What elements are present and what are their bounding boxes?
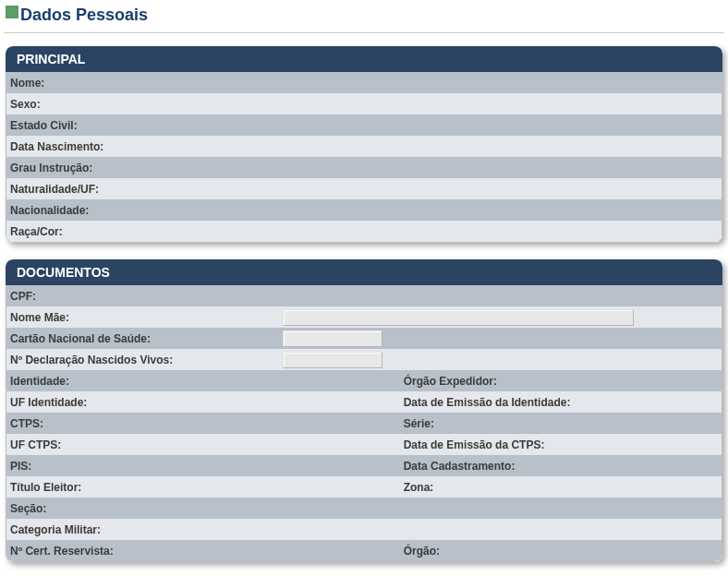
documentos-row: UF Identidade:Data de Emissão da Identid… <box>6 391 722 413</box>
principal-row: Raça/Cor: <box>6 221 722 242</box>
documentos-label: Data de Emissão da Identidade: <box>400 393 576 412</box>
principal-value <box>104 187 722 191</box>
documentos-value <box>440 422 722 426</box>
documentos-row: UF CTPS:Data de Emissão da CTPS: <box>6 434 722 455</box>
documentos-label: CTPS: <box>6 414 99 433</box>
principal-row: Nome: <box>6 72 722 93</box>
principal-label: Sexo: <box>6 95 99 114</box>
principal-label: Nacionalidade: <box>6 201 99 220</box>
documentos-value <box>439 486 722 489</box>
documentos-label: Série: <box>400 414 440 433</box>
label-reservista: Nº Cert. Reservista: <box>6 542 119 560</box>
principal-value <box>109 145 722 149</box>
row-secao: Seção: <box>6 498 722 519</box>
documentos-label: Data de Emissão da CTPS: <box>400 436 551 454</box>
principal-label: Naturalidade/UF: <box>6 180 104 198</box>
principal-value <box>99 230 722 234</box>
documentos-row: CTPS:Série: <box>6 413 722 434</box>
documentos-label: UF CTPS: <box>6 436 99 454</box>
panel-principal-header: PRINCIPAL <box>6 46 722 72</box>
panel-documentos-body: CPF: Nome Mãe: Cartão Nacional de Saúde:… <box>6 285 722 562</box>
documentos-label: Órgão Expedidor: <box>400 372 503 390</box>
principal-label: Raça/Cor: <box>6 222 99 241</box>
documentos-value <box>520 464 722 468</box>
documentos-value <box>550 443 722 447</box>
documentos-label: UF Identidade: <box>6 393 99 412</box>
principal-row: Naturalidade/UF: <box>6 178 722 199</box>
documentos-value <box>99 464 400 468</box>
label-categoria-militar: Categoria Militar: <box>6 521 106 539</box>
principal-value <box>99 81 722 85</box>
principal-row: Estado Civil: <box>6 114 722 136</box>
documentos-value <box>99 379 400 383</box>
documentos-value <box>576 401 722 404</box>
documentos-label: Título Eleitor: <box>6 478 99 497</box>
label-cns: Cartão Nacional de Saúde: <box>6 330 279 348</box>
label-secao: Seção: <box>6 499 99 518</box>
panel-principal-body: Nome:Sexo:Estado Civil:Data Nascimento:G… <box>6 72 722 243</box>
input-dnv[interactable] <box>283 352 382 368</box>
principal-label: Estado Civil: <box>6 116 99 135</box>
documentos-value <box>99 422 400 426</box>
row-cns: Cartão Nacional de Saúde: <box>6 328 722 349</box>
page-title: Dados Pessoais <box>4 2 724 33</box>
principal-row: Sexo: <box>6 93 722 114</box>
input-nome-mae[interactable] <box>283 309 634 326</box>
principal-row: Grau Instrução: <box>6 157 722 178</box>
principal-label: Grau Instrução: <box>6 159 99 177</box>
value-cpf <box>99 294 722 298</box>
label-orgao: Órgão: <box>400 542 445 560</box>
documentos-value <box>99 401 400 404</box>
panel-documentos-header: DOCUMENTOS <box>6 259 722 285</box>
documentos-value <box>99 443 400 447</box>
value-reservista <box>119 549 400 553</box>
documentos-label: Identidade: <box>6 372 99 390</box>
documentos-value <box>503 379 722 383</box>
page-icon <box>6 6 18 18</box>
principal-label: Nome: <box>6 74 99 92</box>
panel-principal: PRINCIPAL Nome:Sexo:Estado Civil:Data Na… <box>6 46 722 243</box>
documentos-label: Zona: <box>400 478 440 497</box>
documentos-row: Identidade:Órgão Expedidor: <box>6 370 722 391</box>
documentos-label: PIS: <box>6 457 99 475</box>
row-nome-mae: Nome Mãe: <box>6 306 722 328</box>
documentos-label: Data Cadastramento: <box>400 457 521 475</box>
row-reservista: Nº Cert. Reservista: Órgão: <box>6 540 722 561</box>
page-title-text: Dados Pessoais <box>20 6 148 24</box>
principal-value <box>99 209 722 212</box>
principal-row: Nacionalidade: <box>6 199 722 221</box>
panel-documentos: DOCUMENTOS CPF: Nome Mãe: Cartão Naciona… <box>6 259 722 562</box>
input-cns[interactable] <box>283 330 382 347</box>
label-cpf: CPF: <box>6 287 99 306</box>
principal-row: Data Nascimento: <box>6 136 722 157</box>
value-secao <box>99 507 722 510</box>
principal-label: Data Nascimento: <box>6 138 109 156</box>
principal-value <box>99 102 722 106</box>
documentos-row: Título Eleitor:Zona: <box>6 476 722 498</box>
row-categoria-militar: Categoria Militar: <box>6 519 722 540</box>
row-cpf: CPF: <box>6 285 722 306</box>
value-categoria-militar <box>106 528 722 532</box>
value-orgao <box>445 549 722 553</box>
label-nome-mae: Nome Mãe: <box>6 308 279 327</box>
row-dnv: Nº Declaração Nascidos Vivos: <box>6 349 722 370</box>
documentos-row: PIS:Data Cadastramento: <box>6 455 722 476</box>
label-dnv: Nº Declaração Nascidos Vivos: <box>6 351 279 369</box>
documentos-value <box>99 486 400 489</box>
principal-value <box>99 124 722 127</box>
principal-value <box>99 166 722 170</box>
